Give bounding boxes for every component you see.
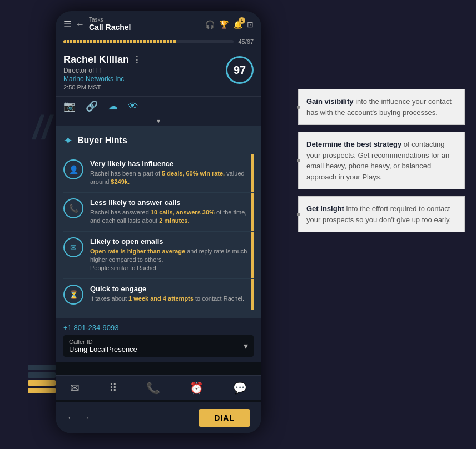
back-icon[interactable]: ← <box>76 19 85 29</box>
phone-number-section: +1 801-234-9093 Caller ID Using LocalPre… <box>56 318 261 362</box>
chevron-down-icon: ▾ <box>56 116 261 126</box>
hint-engage-title: Quick to engage <box>90 285 254 293</box>
nav-back-arrow[interactable]: ← <box>67 413 76 423</box>
headset-icon[interactable]: 🎧 <box>205 20 215 29</box>
caller-id-label: Caller ID <box>69 338 137 345</box>
hint-4-bar <box>251 279 254 310</box>
link-icon[interactable]: 🔗 <box>86 100 98 112</box>
buyer-hints-panel: ✦ Buyer Hints 👤 Very likely has influenc… <box>56 126 261 318</box>
header-title-group: Tasks Call Rachel <box>89 17 201 32</box>
hint-influence-icon: 👤 <box>63 159 83 179</box>
phone-toolbar-icon[interactable]: 📞 <box>146 381 160 395</box>
hint-calls: 📞 Less likely to answer calls Rachel has… <box>63 193 254 232</box>
buyer-hints-icon: ✦ <box>63 134 73 147</box>
caller-id-dropdown-icon[interactable]: ▾ <box>244 341 248 351</box>
hint-influence-content: Very likely has influence Rachel has bee… <box>90 159 254 187</box>
hint-calls-content: Less likely to answer calls Rachel has a… <box>90 198 254 226</box>
hint-emails-icon: ✉ <box>63 237 83 257</box>
email-toolbar-icon[interactable]: ✉ <box>70 381 80 395</box>
progress-fill <box>63 40 177 43</box>
connector-3-line <box>282 214 299 214</box>
hint-calls-title: Less likely to answer calls <box>90 198 254 207</box>
contact-name: Rachel Killian ⋮ <box>63 54 220 66</box>
hint-emails-title: Likely to open emails <box>90 237 254 246</box>
notification-badge: 1 <box>239 17 245 24</box>
connector-1-line <box>282 107 299 107</box>
bell-icon[interactable]: 🔔 1 <box>233 20 242 29</box>
trophy-icon[interactable]: 🏆 <box>219 20 229 29</box>
hint-emails-desc: Open rate is higher than average and rep… <box>90 247 254 273</box>
callout-visibility: Gain visibility into the influence your … <box>298 89 465 125</box>
salesforce-icon[interactable]: ☁ <box>108 100 118 112</box>
phone-number: +1 801-234-9093 <box>63 323 254 332</box>
connector-2-line <box>282 161 299 161</box>
hint-3-bar <box>251 232 254 278</box>
contact-name-text: Rachel Killian <box>63 54 129 66</box>
callout-container: Gain visibility into the influence your … <box>298 89 465 232</box>
phone-header: ☰ ← Tasks Call Rachel 🎧 🏆 🔔 1 ⊡ <box>56 11 261 36</box>
contact-title: Director of IT <box>63 67 220 74</box>
decorative-slash-bottom <box>28 365 56 393</box>
caller-id-row[interactable]: Caller ID Using LocalPresence ▾ <box>63 335 254 357</box>
contact-time: 2:50 PM MST <box>63 84 220 91</box>
slash-stripe-4 <box>28 388 56 393</box>
eye-icon[interactable]: 👁 <box>128 101 138 112</box>
contact-info: Rachel Killian ⋮ Director of IT Marino N… <box>63 54 220 91</box>
call-label: Call Rachel <box>89 23 201 32</box>
contact-company: Marino Networks Inc <box>63 75 220 83</box>
hint-engage: ⏳ Quick to engage It takes about 1 week … <box>63 279 254 310</box>
contact-score: 97 <box>226 56 254 84</box>
clock-toolbar-icon[interactable]: ⏰ <box>190 381 204 395</box>
contact-menu-icon[interactable]: ⋮ <box>132 54 141 65</box>
chat-toolbar-icon[interactable]: 💬 <box>233 381 247 395</box>
decorative-slash-left: // <box>31 111 55 144</box>
dial-button[interactable]: DIAL <box>199 409 250 427</box>
hint-calls-desc: Rachel has answered 10 calls, answers 30… <box>90 208 254 226</box>
hint-emails: ✉ Likely to open emails Open rate is hig… <box>63 232 254 279</box>
hint-influence-desc: Rachel has been a part of 5 deals, 60% w… <box>90 169 254 187</box>
progress-text: 45/67 <box>238 38 254 45</box>
hint-1-bar <box>251 154 254 192</box>
slash-stripe-2 <box>28 372 56 378</box>
connector-1-dot <box>297 106 300 109</box>
tasks-label: Tasks <box>89 17 201 23</box>
dialpad-toolbar-icon[interactable]: ⠿ <box>109 381 117 395</box>
buyer-hints-header: ✦ Buyer Hints <box>63 134 254 147</box>
hint-influence-title: Very likely has influence <box>90 159 254 168</box>
phone-shell: ☰ ← Tasks Call Rachel 🎧 🏆 🔔 1 ⊡ 45/67 <box>56 11 261 433</box>
caller-id-info: Caller ID Using LocalPresence <box>69 338 137 353</box>
callout-1-bold: Gain visibility <box>306 97 354 106</box>
slash-stripe-1 <box>28 365 56 370</box>
callout-2-bold: Determine the best strategy <box>306 140 401 148</box>
callout-3-bold: Get insight <box>306 204 344 213</box>
progress-bar-container: 45/67 <box>56 36 261 48</box>
hint-influence: 👤 Very likely has influence Rachel has b… <box>63 154 254 193</box>
hint-engage-desc: It takes about 1 week and 4 attempts to … <box>90 295 254 303</box>
nav-arrows: ← → <box>67 413 90 423</box>
callout-1-connector <box>282 106 300 109</box>
hint-engage-icon: ⏳ <box>63 285 83 305</box>
slash-stripe-3 <box>28 380 56 386</box>
callout-insight: Get insight into the effort required to … <box>298 196 465 232</box>
connector-3-dot <box>297 213 300 216</box>
grid-icon[interactable]: ⊡ <box>247 20 254 29</box>
progress-bar <box>63 40 234 43</box>
bottom-nav: ← → DIAL <box>56 402 261 433</box>
callout-2-connector <box>282 159 300 162</box>
action-icons-row: 📷 🔗 ☁ 👁 <box>56 97 261 116</box>
hint-2-bar <box>251 193 254 231</box>
callout-strategy: Determine the best strategy of contactin… <box>298 132 465 189</box>
callout-3-connector <box>282 213 300 216</box>
hint-emails-content: Likely to open emails Open rate is highe… <box>90 237 254 273</box>
hint-calls-icon: 📞 <box>63 198 83 218</box>
header-icons: 🎧 🏆 🔔 1 ⊡ <box>205 20 254 29</box>
connector-2-dot <box>297 159 300 162</box>
contact-section: Rachel Killian ⋮ Director of IT Marino N… <box>56 48 261 97</box>
camera-icon[interactable]: 📷 <box>63 100 76 112</box>
nav-forward-arrow[interactable]: → <box>81 413 90 423</box>
buyer-hints-title: Buyer Hints <box>77 136 127 146</box>
hint-engage-content: Quick to engage It takes about 1 week an… <box>90 285 254 303</box>
menu-icon[interactable]: ☰ <box>63 19 71 29</box>
scene: // ☰ ← Tasks Call Rachel 🎧 🏆 🔔 1 ⊡ <box>0 0 476 449</box>
bottom-toolbar: ✉ ⠿ 📞 ⏰ 💬 <box>56 375 261 400</box>
